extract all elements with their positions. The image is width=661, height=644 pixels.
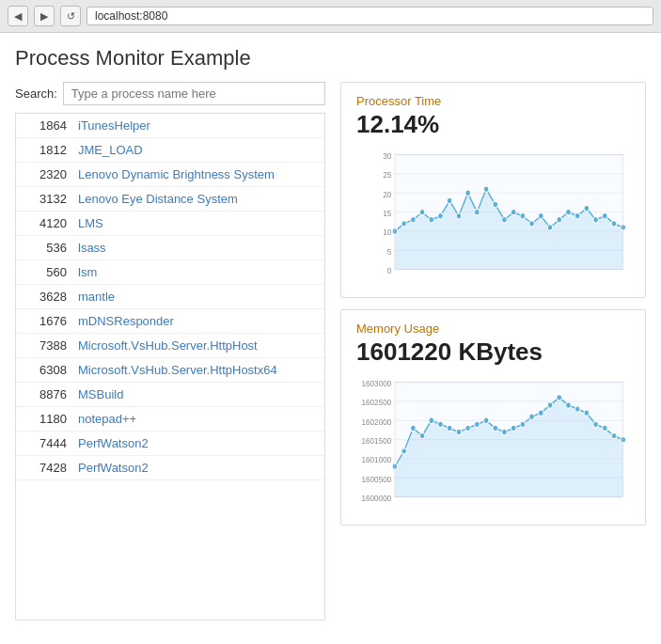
svg-point-72 — [529, 414, 534, 419]
memory-value: 1601220 KBytes — [356, 338, 630, 367]
svg-point-80 — [603, 425, 607, 431]
process-id: 4120 — [24, 216, 67, 230]
svg-point-23 — [465, 190, 470, 196]
svg-point-59 — [411, 425, 416, 431]
svg-text:1601500: 1601500 — [361, 435, 391, 446]
address-bar[interactable]: localhost:8080 — [87, 7, 653, 25]
svg-point-39 — [611, 221, 616, 227]
svg-point-19 — [429, 217, 433, 223]
memory-card: Memory Usage 1601220 KBytes 160300016025… — [340, 309, 646, 526]
process-name: lsm — [78, 265, 97, 279]
svg-point-69 — [502, 429, 507, 434]
memory-chart: 1603000160250016020001601500160100016005… — [356, 374, 630, 515]
svg-text:1602000: 1602000 — [361, 416, 391, 427]
list-item[interactable]: 7428PerfWatson2 — [16, 456, 324, 480]
process-id: 3628 — [24, 290, 67, 304]
svg-text:1603000: 1603000 — [361, 378, 391, 388]
processor-chart: 302520151050 — [356, 147, 630, 288]
svg-point-16 — [401, 221, 406, 227]
svg-point-35 — [574, 213, 579, 219]
reload-button[interactable]: ↺ — [60, 6, 81, 26]
process-name: JME_LOAD — [78, 143, 143, 157]
svg-point-36 — [584, 205, 589, 211]
forward-button[interactable]: ▶ — [34, 6, 55, 26]
svg-point-22 — [456, 213, 461, 219]
list-item[interactable]: 536lsass — [16, 236, 324, 260]
process-name: mantle — [78, 290, 115, 304]
svg-point-30 — [529, 221, 534, 227]
svg-point-17 — [411, 217, 416, 223]
left-panel: Search: 1864iTunesHelper1812JME_LOAD2320… — [15, 82, 325, 620]
list-item[interactable]: 6308Microsoft.VsHub.Server.HttpHostx64 — [16, 358, 324, 383]
svg-point-66 — [475, 421, 480, 427]
page-content: Process Monitor Example Search: 1864iTun… — [0, 33, 661, 644]
svg-text:10: 10 — [383, 228, 391, 238]
svg-text:30: 30 — [383, 150, 391, 161]
list-item[interactable]: 3132Lenovo Eye Distance System — [16, 187, 324, 212]
back-button[interactable]: ◀ — [8, 6, 28, 26]
right-panel: Processor Time 12.14% 302520151050 Memor… — [340, 82, 646, 620]
list-item[interactable]: 3628mantle — [16, 285, 324, 309]
search-input[interactable] — [63, 82, 325, 105]
svg-text:1601000: 1601000 — [361, 455, 391, 465]
svg-point-65 — [465, 425, 470, 431]
process-id: 3132 — [24, 192, 67, 206]
svg-point-70 — [511, 425, 515, 431]
processor-card: Processor Time 12.14% 302520151050 — [340, 82, 646, 298]
svg-point-37 — [593, 217, 598, 223]
process-name: Lenovo Dynamic Brightness System — [78, 167, 275, 181]
list-item[interactable]: 1180notepad++ — [16, 407, 324, 432]
main-layout: Search: 1864iTunesHelper1812JME_LOAD2320… — [15, 82, 646, 620]
list-item[interactable]: 1812JME_LOAD — [16, 138, 324, 163]
process-name: MSBuild — [78, 387, 123, 401]
process-id: 2320 — [24, 167, 67, 181]
browser-toolbar: ◀ ▶ ↺ localhost:8080 — [0, 0, 661, 33]
process-name: Microsoft.VsHub.Server.HttpHostx64 — [78, 363, 277, 377]
process-name: Microsoft.VsHub.Server.HttpHost — [78, 338, 258, 353]
process-name: notepad++ — [78, 412, 136, 426]
svg-point-21 — [447, 197, 451, 203]
svg-point-38 — [603, 213, 607, 219]
svg-point-29 — [520, 213, 525, 219]
processor-value: 12.14% — [356, 110, 630, 139]
list-item[interactable]: 1864iTunesHelper — [16, 114, 324, 138]
svg-point-20 — [438, 213, 443, 219]
svg-point-32 — [547, 225, 552, 230]
list-item[interactable]: 7388Microsoft.VsHub.Server.HttpHost — [16, 334, 324, 358]
process-id: 536 — [24, 241, 67, 255]
process-list[interactable]: 1864iTunesHelper1812JME_LOAD2320Lenovo D… — [15, 113, 325, 620]
svg-text:15: 15 — [383, 208, 391, 218]
svg-point-61 — [429, 417, 433, 423]
search-label: Search: — [15, 86, 57, 101]
process-id: 560 — [24, 265, 67, 279]
list-item[interactable]: 560lsm — [16, 260, 324, 285]
svg-point-71 — [520, 421, 525, 427]
svg-point-26 — [493, 201, 497, 207]
svg-text:1600500: 1600500 — [361, 474, 391, 484]
svg-point-33 — [557, 217, 561, 223]
process-id: 7428 — [24, 461, 67, 475]
svg-text:5: 5 — [387, 246, 392, 257]
process-id: 1676 — [24, 314, 67, 328]
svg-point-73 — [539, 410, 543, 416]
list-item[interactable]: 8876MSBuild — [16, 383, 324, 407]
list-item[interactable]: 2320Lenovo Dynamic Brightness System — [16, 163, 324, 187]
svg-point-60 — [419, 432, 424, 438]
svg-point-28 — [511, 209, 515, 214]
process-name: LMS — [78, 216, 103, 230]
svg-point-77 — [574, 406, 579, 412]
list-item[interactable]: 7444PerfWatson2 — [16, 432, 324, 456]
svg-text:1602500: 1602500 — [361, 398, 391, 408]
svg-point-75 — [557, 395, 561, 401]
process-id: 1180 — [24, 412, 67, 426]
process-name: PerfWatson2 — [78, 461, 149, 475]
process-id: 7444 — [24, 436, 67, 450]
svg-point-34 — [566, 209, 571, 214]
list-item[interactable]: 4120LMS — [16, 212, 324, 236]
list-item[interactable]: 1676mDNSResponder — [16, 309, 324, 334]
svg-point-62 — [438, 421, 443, 427]
processor-label: Processor Time — [356, 94, 630, 108]
svg-point-64 — [456, 429, 461, 434]
svg-point-24 — [475, 209, 480, 214]
process-name: lsass — [78, 241, 106, 255]
